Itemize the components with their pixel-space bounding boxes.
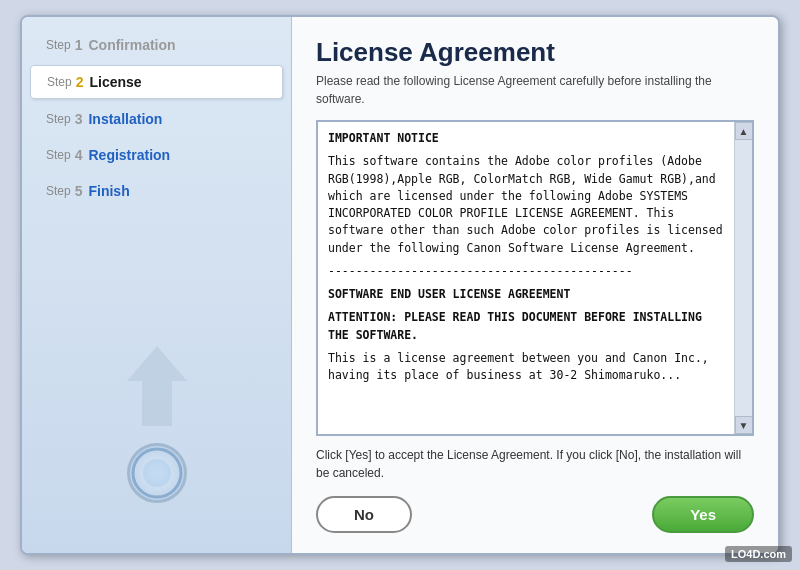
step2-name: License (89, 74, 141, 90)
sidebar-item-step4[interactable]: Step 4 Registration (30, 139, 283, 171)
no-button[interactable]: No (316, 496, 412, 533)
step-label: Step (46, 184, 71, 198)
logo-icon (130, 446, 184, 500)
step-label: Step (46, 112, 71, 126)
step1-name: Confirmation (88, 37, 175, 53)
step5-number: 5 (75, 183, 83, 199)
page-title: License Agreement (316, 37, 754, 68)
scroll-up-icon: ▲ (739, 126, 749, 137)
scroll-down-button[interactable]: ▼ (735, 416, 753, 434)
sidebar: Step 1 Confirmation Step 2 License Step … (22, 17, 292, 553)
step-label: Step (46, 148, 71, 162)
scroll-up-button[interactable]: ▲ (735, 122, 753, 140)
decorative-arrow-icon (107, 336, 207, 436)
license-line-6: This is a license agreement between you … (328, 350, 724, 385)
sidebar-item-step2[interactable]: Step 2 License (30, 65, 283, 99)
step3-name: Installation (88, 111, 162, 127)
footer-note-text: Click [Yes] to accept the License Agreem… (316, 448, 741, 480)
license-line-5: ATTENTION: PLEASE READ THIS DOCUMENT BEF… (328, 309, 724, 344)
step3-number: 3 (75, 111, 83, 127)
sidebar-item-step3[interactable]: Step 3 Installation (30, 103, 283, 135)
license-line-2: This software contains the Adobe color p… (328, 153, 724, 257)
svg-point-2 (143, 459, 171, 487)
svg-marker-0 (127, 346, 187, 426)
decorative-circle (127, 443, 187, 503)
scroll-down-icon: ▼ (739, 420, 749, 431)
yes-button[interactable]: Yes (652, 496, 754, 533)
step-label: Step (47, 75, 72, 89)
license-scrollbar: ▲ ▼ (734, 122, 752, 434)
page-subtitle: Please read the following License Agreem… (316, 72, 754, 108)
sidebar-item-step1[interactable]: Step 1 Confirmation (30, 29, 283, 61)
step4-name: Registration (88, 147, 170, 163)
sidebar-item-step5[interactable]: Step 5 Finish (30, 175, 283, 207)
step-label: Step (46, 38, 71, 52)
license-line-3: ----------------------------------------… (328, 263, 724, 280)
step2-number: 2 (76, 74, 84, 90)
footer-note: Click [Yes] to accept the License Agreem… (316, 446, 754, 482)
license-textbox: IMPORTANT NOTICE This software contains … (316, 120, 754, 436)
step5-name: Finish (88, 183, 129, 199)
sidebar-decoration (22, 229, 291, 543)
license-line-1: IMPORTANT NOTICE (328, 130, 724, 147)
license-text-content: IMPORTANT NOTICE This software contains … (318, 122, 734, 434)
dialog-container: Step 1 Confirmation Step 2 License Step … (20, 15, 780, 555)
button-row: No Yes (316, 496, 754, 533)
main-content: License Agreement Please read the follow… (292, 17, 778, 553)
step4-number: 4 (75, 147, 83, 163)
license-line-4: SOFTWARE END USER LICENSE AGREEMENT (328, 286, 724, 303)
step1-number: 1 (75, 37, 83, 53)
scroll-track[interactable] (735, 140, 752, 416)
